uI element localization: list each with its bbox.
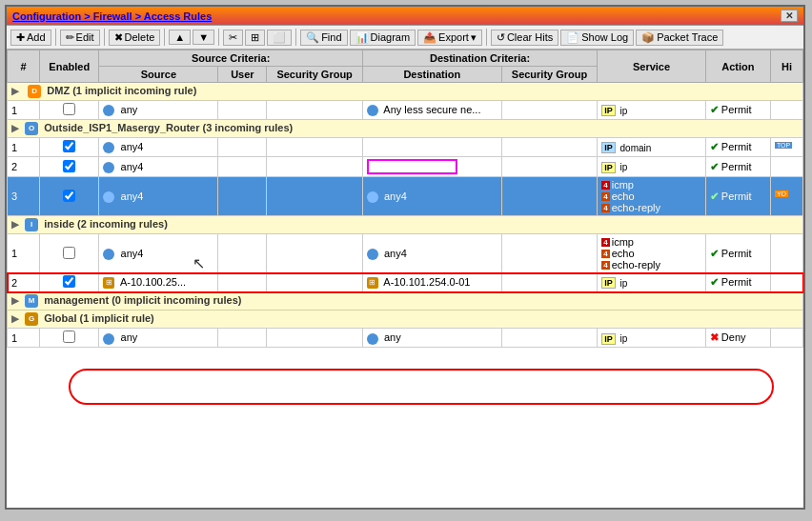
cut-icon: ✂ — [229, 31, 237, 44]
copy-button[interactable]: ⊞ — [245, 30, 265, 46]
isp1-r1-checkbox[interactable] — [63, 140, 75, 152]
add-button[interactable]: ✚ Add — [10, 30, 51, 46]
group-inside[interactable]: ▶ I inside (2 incoming rules) — [8, 216, 803, 234]
isp1-icon: O — [25, 122, 38, 135]
inside-row-1[interactable]: 1 any4 any4 — [8, 234, 803, 273]
global-row-1[interactable]: 1 any any IP ip — [8, 329, 803, 348]
icmp-item-inside-2: 4 echo — [601, 248, 701, 259]
cut-button[interactable]: ✂ — [223, 30, 243, 46]
up-icon: ▲ — [174, 31, 185, 43]
isp1-r2-secgrp — [267, 157, 362, 177]
title-bar: Configuration > Firewall > Access Rules … — [7, 7, 803, 26]
dmz-r1-dest: Any less secure ne... — [362, 101, 501, 120]
col-secgrp-src-header: Security Group — [267, 67, 362, 83]
inside-row-2[interactable]: 2 ⊞ A-10.100.25... ⊞ A-10.101.254.0-01 — [8, 273, 803, 292]
isp1-r3-hits: YO — [770, 177, 802, 216]
window-close[interactable]: ✕ — [781, 10, 798, 22]
global-r1-num: 1 — [8, 329, 40, 348]
expand-icon-dmz[interactable]: ▶ — [11, 86, 19, 96]
diagram-button[interactable]: 📊 Diagram — [350, 30, 416, 46]
icmp-badge-inside-1: 4 — [601, 238, 609, 247]
show-log-button[interactable]: 📄 Show Log — [560, 30, 634, 46]
inside-r2-dest: ⊞ A-10.101.254.0-01 — [362, 273, 501, 292]
inside-icon: I — [25, 218, 38, 231]
expand-icon-isp1[interactable]: ▶ — [11, 123, 19, 133]
isp1-r2-checkbox[interactable] — [63, 160, 75, 172]
globe-icon-isp1-r3 — [103, 191, 114, 203]
permit-icon-inside-r1: ✔ — [710, 248, 719, 259]
icmp-badge-2: 4 — [601, 192, 609, 201]
source-criteria-header: Source Criteria: — [99, 50, 362, 67]
isp1-r1-service: IP domain — [598, 138, 706, 157]
isp1-r3-enabled[interactable] — [40, 177, 99, 216]
global-r1-checkbox[interactable] — [63, 331, 75, 343]
globe-icon-global-r1-dst — [367, 333, 378, 345]
isp1-r2-source: any4 — [99, 157, 218, 177]
main-window: Configuration > Firewall > Access Rules … — [5, 5, 805, 510]
group-management-label: ▶ M management (0 implicit incoming rule… — [8, 292, 803, 311]
isp1-r2-hits — [770, 157, 802, 177]
expand-icon-global[interactable]: ▶ — [11, 313, 19, 324]
globe-icon-inside-r1-dst — [367, 249, 378, 260]
inside-r1-enabled[interactable] — [40, 234, 99, 273]
isp1-r3-checkbox[interactable] — [63, 190, 75, 202]
inside-r2-service: IP ip — [598, 273, 706, 292]
ip-badge-dmz-r1: IP ip — [601, 105, 627, 116]
global-r1-source: any — [99, 329, 218, 348]
group-outside-isp1-label: ▶ O Outside_ISP1_Masergy_Router (3 incom… — [8, 120, 803, 138]
group-dmz[interactable]: ▶ D DMZ (1 implicit incoming rule) — [8, 83, 803, 101]
clear-hits-button[interactable]: ↺ Clear Hits — [491, 30, 558, 46]
group-global[interactable]: ▶ G Global (1 implicit rule) — [8, 311, 803, 329]
packet-trace-button[interactable]: 📦 Packet Trace — [636, 30, 723, 46]
isp1-row-2[interactable]: 2 any4 IP ip — [8, 157, 803, 177]
dmz-r1-secgrp — [267, 101, 362, 120]
breadcrumb-link[interactable]: Configuration > Firewall > Access Rules — [12, 10, 212, 22]
global-r1-dest: any — [362, 329, 501, 348]
dmz-r1-enabled[interactable] — [40, 101, 99, 120]
group-management[interactable]: ▶ M management (0 implicit incoming rule… — [8, 292, 803, 311]
table-wrapper[interactable]: # Enabled Source Criteria: Destination C… — [7, 50, 803, 508]
expand-icon-inside[interactable]: ▶ — [11, 219, 19, 230]
col-enabled-header: Enabled — [40, 50, 99, 83]
global-r1-enabled[interactable] — [40, 329, 99, 348]
group-outside-isp1[interactable]: ▶ O Outside_ISP1_Masergy_Router (3 incom… — [8, 120, 803, 138]
globe-icon-inside-r1 — [103, 249, 114, 260]
dmz-r1-hits — [770, 101, 802, 120]
yo-badge: YO — [775, 190, 788, 197]
dmz-r1-user — [218, 101, 267, 120]
isp1-row-3[interactable]: 3 any4 any4 — [8, 177, 803, 216]
inside-r2-num: 2 — [8, 273, 40, 292]
find-button[interactable]: 🔍 Find — [300, 30, 347, 46]
move-down-button[interactable]: ▼ — [193, 30, 214, 45]
icmp-item-inside-1: 4 icmp — [601, 236, 701, 248]
isp1-r1-enabled[interactable] — [40, 138, 99, 157]
move-up-button[interactable]: ▲ — [169, 30, 191, 45]
icmp-label-inside-3: echo-reply — [612, 259, 660, 271]
isp1-r2-enabled[interactable] — [40, 157, 99, 177]
isp1-r3-dest: any4 — [362, 177, 501, 216]
dmz-r1-checkbox[interactable] — [63, 103, 75, 115]
dmz-row-1[interactable]: 1 any Any less secure ne... — [8, 101, 803, 120]
isp1-r2-secgrp-dst — [501, 157, 597, 177]
export-button[interactable]: 📤 Export ▾ — [417, 30, 482, 46]
isp1-r3-action: ✔ Permit — [705, 177, 770, 216]
inside-r2-enabled[interactable] — [40, 273, 99, 292]
icmp-label-2: echo — [612, 190, 635, 202]
isp1-r2-dest[interactable] — [362, 157, 501, 177]
toolbar: ✚ Add ✏ Edit ✖ Delete ▲ ▼ ✂ ⊞ ⬜ 🔍 Find 📊… — [7, 26, 803, 50]
inside-r1-secgrp — [267, 234, 362, 273]
globe-icon-isp1-r1 — [103, 142, 114, 153]
inside-r1-checkbox[interactable] — [63, 247, 75, 259]
magenta-dest-input[interactable] — [367, 159, 457, 174]
inside-r2-checkbox[interactable] — [63, 275, 75, 288]
edit-button[interactable]: ✏ Edit — [60, 30, 100, 46]
expand-icon-management[interactable]: ▶ — [11, 295, 19, 306]
paste-button[interactable]: ⬜ — [267, 30, 292, 46]
ip-box: IP — [601, 105, 616, 116]
isp1-r3-source: any4 — [99, 177, 218, 216]
col-hash-header: # — [8, 50, 40, 83]
delete-button[interactable]: ✖ Delete — [109, 30, 161, 46]
dmz-r1-service: IP ip — [598, 101, 706, 120]
isp1-row-1[interactable]: 1 any4 IP domain ✔ Permit — [8, 138, 803, 157]
clear-hits-icon: ↺ — [497, 31, 505, 44]
